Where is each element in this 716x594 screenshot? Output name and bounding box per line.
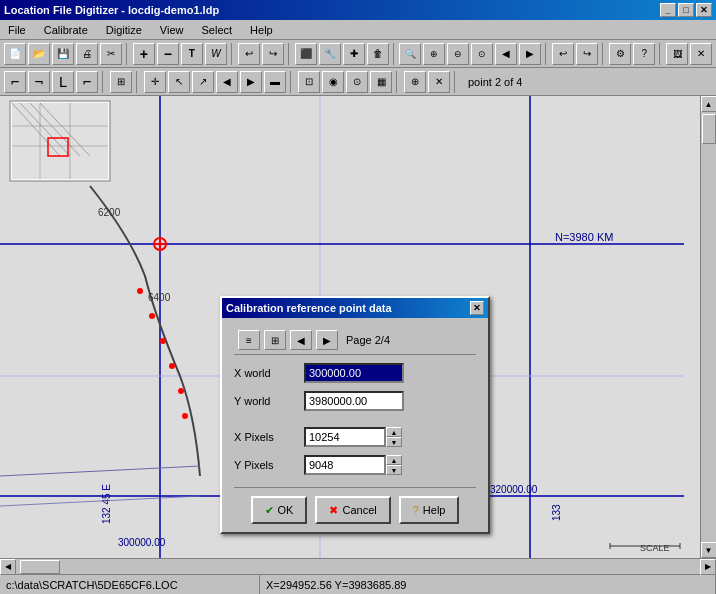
tb2-cursor[interactable]: ✛ — [144, 71, 166, 93]
sep-t2-4 — [396, 71, 400, 93]
tb2-arrow-r[interactable]: ↗ — [192, 71, 214, 93]
y-pixels-up[interactable]: ▲ — [386, 455, 402, 465]
tb-plus[interactable]: + — [133, 43, 155, 65]
x-pixels-down[interactable]: ▼ — [386, 437, 402, 447]
tb-del[interactable]: 🗑 — [367, 43, 389, 65]
tb-text[interactable]: T — [181, 43, 203, 65]
tb-back[interactable]: ↩ — [552, 43, 574, 65]
sep6 — [602, 43, 605, 65]
scrollbar-bottom: ◀ ▶ — [0, 558, 716, 574]
dialog-close-button[interactable]: ✕ — [470, 301, 484, 315]
tb-redo[interactable]: ↪ — [262, 43, 284, 65]
menu-view[interactable]: View — [156, 22, 188, 38]
tb-open[interactable]: 📂 — [28, 43, 50, 65]
tb2-prev[interactable]: ◀ — [216, 71, 238, 93]
y-pixels-down[interactable]: ▼ — [386, 465, 402, 475]
scroll-right-button[interactable]: ▶ — [700, 559, 716, 575]
svg-text:N=3980 KM: N=3980 KM — [555, 231, 613, 243]
y-world-input[interactable] — [304, 391, 404, 411]
dialog-next-btn[interactable]: ▶ — [316, 330, 338, 350]
svg-point-22 — [137, 288, 143, 294]
tb-zoom-win[interactable]: 🔍 — [399, 43, 421, 65]
dialog-grid-btn[interactable]: ⊞ — [264, 330, 286, 350]
menu-digitize[interactable]: Digitize — [102, 22, 146, 38]
tb2-grid[interactable]: ⊞ — [110, 71, 132, 93]
scroll-track-h[interactable] — [16, 559, 700, 574]
tb2-snap[interactable]: ⊡ — [298, 71, 320, 93]
minimize-button[interactable]: _ — [660, 3, 676, 17]
maximize-button[interactable]: □ — [678, 3, 694, 17]
y-pixels-input[interactable] — [304, 455, 386, 475]
y-world-row: Y world — [234, 391, 476, 411]
tb-cross[interactable]: ✕ — [690, 43, 712, 65]
dialog-list-btn[interactable]: ≡ — [238, 330, 260, 350]
svg-text:SCALE: SCALE — [640, 543, 670, 553]
menu-calibrate[interactable]: Calibrate — [40, 22, 92, 38]
help-button[interactable]: ? Help — [399, 496, 460, 524]
tb2-corner1[interactable]: ⌐ — [4, 71, 26, 93]
tb-cut[interactable]: ✂ — [100, 43, 122, 65]
tb-undo[interactable]: ↩ — [238, 43, 260, 65]
scroll-track-v[interactable] — [701, 112, 716, 542]
tb-pan-left[interactable]: ◀ — [495, 43, 517, 65]
scroll-left-button[interactable]: ◀ — [0, 559, 16, 575]
svg-point-27 — [182, 413, 188, 419]
sep-t2-1 — [102, 71, 106, 93]
tb2-hash[interactable]: ▦ — [370, 71, 392, 93]
tb2-corner2[interactable]: ¬ — [28, 71, 50, 93]
point-info: point 2 of 4 — [462, 76, 528, 88]
tb-props[interactable]: 🔧 — [319, 43, 341, 65]
tb-minus[interactable]: − — [157, 43, 179, 65]
menu-help[interactable]: Help — [246, 22, 277, 38]
ok-button[interactable]: ✔ OK — [251, 496, 308, 524]
tb-zoom-in[interactable]: ⊕ — [423, 43, 445, 65]
tb2-next[interactable]: ▶ — [240, 71, 262, 93]
scrollbar-right: ▲ ▼ — [700, 96, 716, 558]
tb2-corner4[interactable]: ⌐ — [76, 71, 98, 93]
tb-select-rect[interactable]: ⬛ — [295, 43, 317, 65]
tb-zoom-out[interactable]: ⊖ — [447, 43, 469, 65]
tb-zoom-full[interactable]: ⊙ — [471, 43, 493, 65]
y-pixels-spinbox: ▲ ▼ — [304, 455, 402, 475]
cancel-button[interactable]: ✖ Cancel — [315, 496, 390, 524]
tb-forward[interactable]: ↪ — [576, 43, 598, 65]
x-pixels-spin-buttons: ▲ ▼ — [386, 427, 402, 447]
tb2-circle[interactable]: ◉ — [322, 71, 344, 93]
tb-pan-right[interactable]: ▶ — [519, 43, 541, 65]
tb-new[interactable]: 📄 — [4, 43, 26, 65]
svg-point-23 — [149, 313, 155, 319]
tb2-close[interactable]: ✕ — [428, 71, 450, 93]
x-pixels-spinbox: ▲ ▼ — [304, 427, 402, 447]
tb-settings[interactable]: ⚙ — [609, 43, 631, 65]
x-pixels-input[interactable] — [304, 427, 386, 447]
dialog-prev-btn[interactable]: ◀ — [290, 330, 312, 350]
tb2-pause[interactable]: ▬ — [264, 71, 286, 93]
tb-img[interactable]: 🖼 — [666, 43, 688, 65]
dialog-body: ≡ ⊞ ◀ ▶ Page 2/4 X world Y world X Pixel… — [222, 318, 488, 532]
tb2-arrow-l[interactable]: ↖ — [168, 71, 190, 93]
x-world-input[interactable] — [304, 363, 404, 383]
close-button[interactable]: ✕ — [696, 3, 712, 17]
menu-select[interactable]: Select — [198, 22, 237, 38]
scroll-up-button[interactable]: ▲ — [701, 96, 717, 112]
tb-help[interactable]: ? — [633, 43, 655, 65]
y-pixels-label: Y Pixels — [234, 459, 304, 471]
svg-text:300000.00: 300000.00 — [118, 537, 166, 548]
calibration-dialog: Calibration reference point data ✕ ≡ ⊞ ◀… — [220, 296, 490, 534]
sep-t2-2 — [136, 71, 140, 93]
dialog-buttons: ✔ OK ✖ Cancel ? Help — [234, 487, 476, 524]
status-path: c:\data\SCRATCH\5DE65CF6.LOC — [0, 575, 260, 594]
menu-file[interactable]: File — [4, 22, 30, 38]
tb-save[interactable]: 💾 — [52, 43, 74, 65]
tb2-corner3[interactable]: L — [52, 71, 74, 93]
tb-print[interactable]: 🖨 — [76, 43, 98, 65]
tb-add[interactable]: ✚ — [343, 43, 365, 65]
tb2-dot[interactable]: ⊙ — [346, 71, 368, 93]
tb-warp[interactable]: W — [205, 43, 227, 65]
tb2-zoom-p[interactable]: ⊕ — [404, 71, 426, 93]
scroll-down-button[interactable]: ▼ — [701, 542, 717, 558]
help-label: Help — [423, 504, 446, 516]
svg-text:132 45 E: 132 45 E — [101, 484, 112, 524]
x-pixels-up[interactable]: ▲ — [386, 427, 402, 437]
sep1 — [126, 43, 129, 65]
